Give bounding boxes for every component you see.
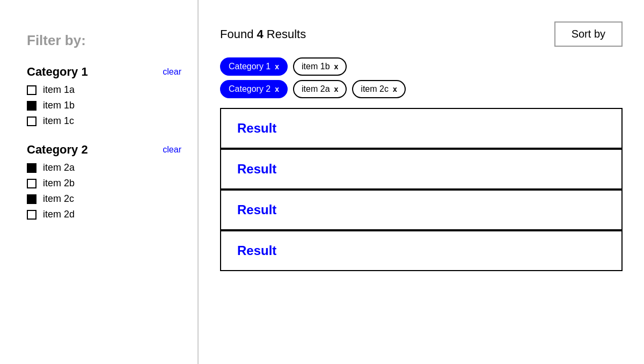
filter-tag-category1-label: Category 1 xyxy=(229,62,270,71)
list-item[interactable]: item 2a xyxy=(27,162,181,173)
category-1-clear-button[interactable]: clear xyxy=(163,67,181,77)
sidebar: Filter by: Category 1 clear item 1a item… xyxy=(0,0,199,364)
filter-tag-category1[interactable]: Category 1 x xyxy=(220,57,288,76)
checkbox-2d[interactable] xyxy=(27,210,36,220)
checkbox-2c[interactable] xyxy=(27,194,36,204)
result-label-3: Result xyxy=(237,202,276,217)
result-card-2[interactable]: Result xyxy=(220,149,623,190)
results-prefix: Found xyxy=(220,27,257,41)
filter-tag-category2-label: Category 2 xyxy=(229,84,270,94)
results-number: 4 xyxy=(257,27,264,41)
list-item[interactable]: item 1c xyxy=(27,115,181,127)
item-2b-label: item 2b xyxy=(43,178,75,189)
result-label-4: Result xyxy=(237,243,276,258)
filter-row-2: Category 2 x item 2a x item 2c x xyxy=(220,80,623,98)
result-label-1: Result xyxy=(237,121,276,136)
main-content: Found 4 Results Sort by Category 1 x ite… xyxy=(199,0,644,364)
checkbox-2b[interactable] xyxy=(27,179,36,188)
result-label-2: Result xyxy=(237,162,276,177)
filter-tag-item1b-label: item 1b xyxy=(302,62,330,71)
filter-tag-item2a[interactable]: item 2a x xyxy=(293,80,347,98)
item-1c-label: item 1c xyxy=(43,115,74,127)
checkbox-1a[interactable] xyxy=(27,85,36,95)
list-item[interactable]: item 1a xyxy=(27,84,181,96)
sort-by-button[interactable]: Sort by xyxy=(554,21,623,47)
filter-tag-category2[interactable]: Category 2 x xyxy=(220,80,288,98)
filter-tag-item1b[interactable]: item 1b x xyxy=(293,57,347,76)
results-suffix: Results xyxy=(264,27,306,41)
filter-tag-item2c[interactable]: item 2c x xyxy=(352,80,405,98)
filter-tag-category1-remove[interactable]: x xyxy=(275,62,279,71)
item-1a-label: item 1a xyxy=(43,84,75,96)
checkbox-1c[interactable] xyxy=(27,117,36,126)
results-list: Result Result Result Result xyxy=(220,108,623,348)
active-filters: Category 1 x item 1b x Category 2 x item… xyxy=(220,57,623,98)
result-card-4[interactable]: Result xyxy=(220,230,623,271)
main-header: Found 4 Results Sort by xyxy=(220,21,623,47)
category-2-title: Category 2 xyxy=(27,143,88,157)
item-1b-label: item 1b xyxy=(43,100,75,111)
list-item[interactable]: item 2d xyxy=(27,209,181,220)
category-2-header: Category 2 clear xyxy=(27,143,181,157)
category-1-title: Category 1 xyxy=(27,65,88,79)
filter-tag-item2a-label: item 2a xyxy=(302,84,330,94)
result-card-1[interactable]: Result xyxy=(220,108,623,149)
list-item[interactable]: item 2b xyxy=(27,178,181,189)
checkbox-2a[interactable] xyxy=(27,163,36,173)
filter-tag-item2c-remove[interactable]: x xyxy=(393,85,397,93)
item-2a-label: item 2a xyxy=(43,162,75,173)
results-count: Found 4 Results xyxy=(220,27,306,41)
list-item[interactable]: item 2c xyxy=(27,193,181,205)
filter-tag-item1b-remove[interactable]: x xyxy=(334,62,339,71)
filter-tag-item2a-remove[interactable]: x xyxy=(334,85,339,93)
item-2c-label: item 2c xyxy=(43,193,74,205)
category-2-clear-button[interactable]: clear xyxy=(163,145,181,155)
checkbox-1b[interactable] xyxy=(27,101,36,111)
list-item[interactable]: item 1b xyxy=(27,100,181,111)
filter-tag-category2-remove[interactable]: x xyxy=(275,85,279,93)
item-2d-label: item 2d xyxy=(43,209,75,220)
category-1-header: Category 1 clear xyxy=(27,65,181,79)
filter-tag-item2c-label: item 2c xyxy=(361,84,389,94)
result-card-3[interactable]: Result xyxy=(220,190,623,230)
filter-row-1: Category 1 x item 1b x xyxy=(220,57,623,76)
filter-by-label: Filter by: xyxy=(27,32,181,49)
